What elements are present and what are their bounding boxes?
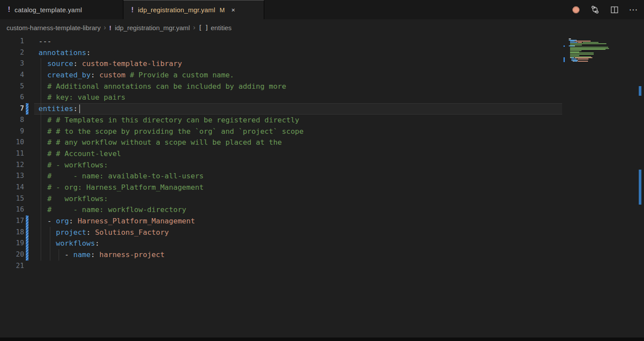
whitespace xyxy=(38,217,47,225)
code-area: 1---2annotations:3 source: custom-templa… xyxy=(0,36,562,271)
compare-changes-icon[interactable] xyxy=(591,5,599,14)
line-number[interactable]: 10 xyxy=(0,137,24,148)
whitespace xyxy=(126,71,130,79)
code-line: 14 # - org: Harness_Platform_Management xyxy=(0,182,562,193)
minimap-line xyxy=(569,48,612,49)
breadcrumb-symbol-entities[interactable]: entities xyxy=(211,24,232,31)
line-number[interactable]: 4 xyxy=(0,70,24,81)
minimap-token xyxy=(574,45,575,46)
line-number[interactable]: 8 xyxy=(0,115,24,126)
more-actions-icon[interactable]: ⋯ xyxy=(629,5,638,14)
tab-close-icon[interactable]: × xyxy=(230,6,237,14)
code-line-text[interactable]: source: custom-template-library xyxy=(38,58,182,70)
code-line-text[interactable]: # - workflows: xyxy=(38,160,108,171)
whitespace xyxy=(95,71,99,79)
split-editor-icon[interactable] xyxy=(610,5,619,14)
code-token: created_by xyxy=(47,71,91,79)
line-number[interactable]: 18 xyxy=(0,227,24,238)
array-symbol-icon: [ ] xyxy=(198,24,208,31)
code-line-text[interactable]: --- xyxy=(38,36,52,47)
code-line-text[interactable]: entities: xyxy=(38,103,77,115)
line-number[interactable]: 5 xyxy=(0,81,24,92)
code-token: # Additional annotations can be included… xyxy=(47,82,286,90)
minimap-token xyxy=(570,41,574,42)
line-number[interactable]: 20 xyxy=(0,249,24,261)
breadcrumb: custom-harness-template-library › ! idp_… xyxy=(0,19,644,36)
whitespace xyxy=(74,217,78,225)
whitespace xyxy=(38,127,47,136)
breadcrumb-folder[interactable]: custom-harness-template-library xyxy=(7,24,101,31)
minimap-line xyxy=(569,42,612,43)
tab-idp_registration_mgr.yaml[interactable]: !idp_registration_mgr.yamlM× xyxy=(123,0,264,19)
minimap-line xyxy=(569,60,612,61)
minimap-line xyxy=(569,41,612,42)
line-number[interactable]: 9 xyxy=(0,126,24,137)
code-line: 12 # - workflows: xyxy=(0,160,562,171)
line-number[interactable]: 15 xyxy=(0,193,24,205)
code-token: org xyxy=(56,217,69,225)
code-line-text[interactable]: # # Templates in this directory can be r… xyxy=(38,115,299,126)
minimap[interactable] xyxy=(564,38,613,103)
code-line-text[interactable]: # - org: Harness_Platform_Management xyxy=(38,182,204,193)
line-number[interactable]: 14 xyxy=(0,182,24,193)
whitespace xyxy=(77,59,82,68)
whitespace xyxy=(38,195,47,203)
minimap-line xyxy=(569,62,612,63)
overview-ruler-scrollbar[interactable] xyxy=(638,36,644,338)
minimap-token xyxy=(576,59,577,59)
code-line-text[interactable]: # workflows: xyxy=(38,193,108,205)
code-token: # - name: workflow-directory xyxy=(47,205,186,214)
code-line-text[interactable]: workflows: xyxy=(38,238,99,249)
minimap-line xyxy=(569,43,612,44)
line-number[interactable]: 17 xyxy=(0,216,24,227)
line-number[interactable]: 1 xyxy=(0,36,24,47)
starburst-extension-icon[interactable] xyxy=(571,5,580,14)
line-number[interactable]: 21 xyxy=(0,261,24,272)
line-number[interactable]: 19 xyxy=(0,238,24,249)
code-line: 8 # # Templates in this directory can be… xyxy=(0,115,562,126)
minimap-token xyxy=(569,38,571,39)
code-line-text[interactable]: - org: Harness_Platform_Management xyxy=(38,216,195,227)
line-number[interactable]: 13 xyxy=(0,170,24,182)
code-line: 15 # workflows: xyxy=(0,193,562,205)
minimap-token xyxy=(577,61,578,62)
line-number[interactable]: 3 xyxy=(0,58,24,70)
whitespace xyxy=(91,228,95,237)
minimap-token xyxy=(570,54,594,55)
code-token: workflows xyxy=(56,239,95,247)
code-line-text[interactable]: # key: value pairs xyxy=(38,92,126,103)
line-number[interactable]: 11 xyxy=(0,148,24,160)
code-line-text[interactable]: # - name: workflow-directory xyxy=(38,204,186,216)
minimap-line xyxy=(569,52,612,53)
line-number[interactable]: 6 xyxy=(0,92,24,103)
code-line-text[interactable]: - name: harness-project xyxy=(38,249,164,261)
code-token: entities xyxy=(38,104,73,113)
code-line-text[interactable]: # # to the scope by providing the `org` … xyxy=(38,126,304,137)
code-line-text[interactable]: project: Solutions_Factory xyxy=(38,227,169,238)
tabs-container: !catalog_template.yaml!idp_registration_… xyxy=(0,0,264,19)
breadcrumb-file[interactable]: idp_registration_mgr.yaml xyxy=(115,24,190,31)
whitespace xyxy=(38,172,47,180)
minimap-modified-mark xyxy=(564,45,565,47)
minimap-line xyxy=(569,55,612,56)
code-line-text[interactable]: # # any workflow without a scope will be… xyxy=(38,137,282,148)
whitespace xyxy=(38,138,47,146)
code-token: harness-project xyxy=(99,251,164,259)
indent-guide xyxy=(50,227,50,261)
code-token: : xyxy=(69,217,74,225)
tab-catalog_template.yaml[interactable]: !catalog_template.yaml xyxy=(0,0,123,19)
code-token: # - name: available-to-all-users xyxy=(47,172,204,180)
line-number[interactable]: 12 xyxy=(0,160,24,171)
code-line-text[interactable]: created_by: custom # Provide a custom na… xyxy=(38,70,234,81)
code-line-text[interactable]: # Additional annotations can be included… xyxy=(38,81,286,92)
line-number[interactable]: 16 xyxy=(0,204,24,216)
line-number[interactable]: 7 xyxy=(0,103,24,115)
minimap-token xyxy=(570,47,608,48)
code-line-text[interactable]: # # Account-level xyxy=(38,148,121,160)
code-line: 10 # # any workflow without a scope will… xyxy=(0,137,562,148)
code-line-text[interactable]: annotations: xyxy=(38,47,91,59)
vscode-window: !catalog_template.yaml!idp_registration_… xyxy=(0,0,644,341)
code-line-text[interactable]: # - name: available-to-all-users xyxy=(38,170,204,182)
line-number[interactable]: 2 xyxy=(0,47,24,59)
code-token: # # any workflow without a scope will be… xyxy=(47,138,282,146)
